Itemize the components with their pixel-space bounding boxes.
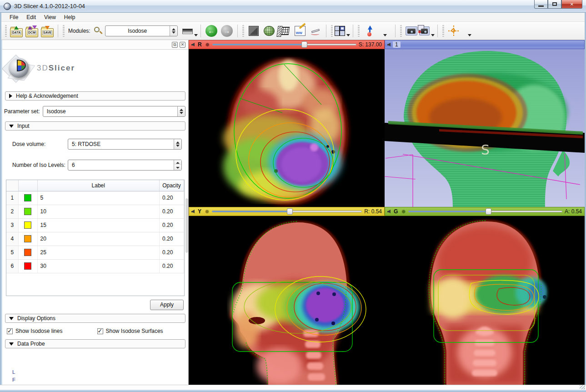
level-label-cell[interactable]: 20 bbox=[37, 232, 160, 246]
slider-thumb[interactable] bbox=[301, 41, 307, 48]
pin-icon[interactable] bbox=[191, 210, 195, 213]
yellow-slice-viewport[interactable] bbox=[189, 216, 385, 385]
show-isodose-lines-checkbox[interactable] bbox=[7, 328, 13, 334]
table-row[interactable]: 6 30 0.20 bbox=[6, 259, 184, 273]
toolbar-grip[interactable] bbox=[358, 25, 360, 37]
color-swatch[interactable] bbox=[24, 221, 31, 229]
iso-levels-spinbox[interactable]: 6 bbox=[68, 160, 182, 171]
level-label-cell[interactable]: 10 bbox=[37, 205, 160, 218]
models-module-button[interactable] bbox=[261, 24, 277, 38]
volumes-module-button[interactable] bbox=[246, 24, 261, 38]
opacity-cell[interactable]: 0.20 bbox=[160, 259, 184, 273]
table-row[interactable]: 2 10 0.20 bbox=[6, 205, 184, 218]
opacity-cell[interactable]: 0.20 bbox=[160, 232, 184, 246]
toolbar-grip[interactable] bbox=[5, 25, 7, 37]
yellow-slice-slider[interactable] bbox=[212, 209, 362, 214]
opacity-cell[interactable]: 0.20 bbox=[160, 191, 184, 205]
green-slice-slider[interactable] bbox=[408, 209, 562, 214]
green-slice-viewport[interactable] bbox=[385, 216, 585, 385]
transforms-module-button[interactable] bbox=[277, 24, 292, 38]
save-button[interactable]: SAVE bbox=[40, 24, 55, 38]
close-button[interactable]: ✕ bbox=[561, 0, 582, 9]
module-selector[interactable]: Isodose bbox=[105, 25, 178, 36]
table-row[interactable]: 1 5 0.20 bbox=[6, 191, 184, 205]
help-section-label: Help & Acknowledgement bbox=[16, 93, 78, 99]
menu-file[interactable]: File bbox=[6, 13, 22, 21]
chevron-down-icon bbox=[194, 34, 198, 36]
display-options-section[interactable]: Display Options bbox=[5, 314, 185, 323]
apply-button[interactable]: Apply bbox=[150, 300, 184, 310]
level-label-cell[interactable]: 30 bbox=[37, 259, 160, 273]
view-menu-icon[interactable]: ✹ bbox=[205, 42, 210, 48]
panel-scrollbar[interactable] bbox=[185, 198, 188, 253]
maximize-button[interactable] bbox=[548, 0, 561, 9]
opacity-cell[interactable]: 0.20 bbox=[160, 205, 184, 218]
column-label[interactable]: Label bbox=[37, 180, 160, 191]
toolbar-grip[interactable] bbox=[242, 25, 244, 37]
red-slice-slider[interactable] bbox=[212, 42, 356, 47]
color-swatch[interactable] bbox=[24, 262, 31, 270]
threed-viewport[interactable]: S bbox=[385, 49, 585, 207]
layout-selector-button[interactable] bbox=[335, 24, 350, 38]
show-isodose-surfaces-checkbox[interactable] bbox=[97, 328, 103, 334]
window-level-preset-button[interactable] bbox=[182, 24, 198, 38]
history-back-button[interactable]: ← bbox=[204, 24, 219, 38]
data-probe-section[interactable]: Data Probe bbox=[5, 339, 185, 348]
load-data-button[interactable]: DATA bbox=[9, 24, 24, 38]
level-label-cell[interactable]: 15 bbox=[37, 218, 160, 232]
color-swatch[interactable] bbox=[24, 208, 31, 215]
pin-icon[interactable] bbox=[387, 43, 391, 46]
color-swatch[interactable] bbox=[24, 249, 31, 256]
pin-icon[interactable] bbox=[387, 210, 391, 213]
annotations-module-button[interactable]: ww bbox=[292, 24, 308, 38]
axial-ct-image bbox=[189, 49, 385, 207]
help-acknowledgement-section[interactable]: Help & Acknowledgement bbox=[5, 91, 185, 101]
close-panel-icon[interactable]: ✕ bbox=[180, 42, 185, 48]
opacity-cell[interactable]: 0.20 bbox=[160, 218, 184, 232]
screenshot-button[interactable] bbox=[404, 24, 419, 38]
slider-thumb[interactable] bbox=[287, 208, 293, 215]
level-label-cell[interactable]: 5 bbox=[37, 191, 160, 205]
input-section[interactable]: Input bbox=[5, 121, 185, 131]
toolbar-grip[interactable] bbox=[400, 25, 402, 37]
undock-panel-icon[interactable]: ⧉ bbox=[172, 42, 178, 48]
title-bar[interactable]: 3D Slicer 4.1.0-2012-10-04 ✕ bbox=[0, 0, 586, 13]
mouse-mode-button[interactable] bbox=[361, 24, 377, 38]
table-row[interactable]: 4 20 0.20 bbox=[6, 232, 184, 246]
scene-view-button[interactable] bbox=[419, 24, 435, 38]
color-swatch[interactable] bbox=[24, 194, 31, 201]
parameter-set-selector[interactable]: Isodose bbox=[43, 106, 185, 117]
dose-volume-selector[interactable]: 5: RTDOSE bbox=[68, 139, 182, 150]
mouse-mode-dropdown[interactable] bbox=[377, 24, 392, 38]
view-menu-icon[interactable]: ✹ bbox=[205, 209, 210, 215]
module-selected-value: Isodose bbox=[105, 28, 170, 34]
color-swatch[interactable] bbox=[24, 235, 31, 242]
column-opacity[interactable]: Opacity bbox=[160, 180, 184, 191]
level-label-cell[interactable]: 25 bbox=[37, 246, 160, 259]
crosshair-button[interactable] bbox=[446, 24, 461, 38]
resize-grip[interactable] bbox=[580, 385, 585, 389]
spin-down-icon[interactable] bbox=[174, 165, 181, 170]
spin-up-icon[interactable] bbox=[174, 160, 181, 165]
menu-help[interactable]: Help bbox=[60, 13, 79, 21]
crosshair-dropdown[interactable] bbox=[461, 24, 477, 38]
menu-edit[interactable]: Edit bbox=[23, 13, 40, 21]
dicom-button[interactable]: DCM bbox=[24, 24, 40, 38]
slider-thumb[interactable] bbox=[486, 208, 491, 215]
toolbar-grip[interactable] bbox=[442, 25, 444, 37]
probe-foreground-layer: F bbox=[12, 376, 188, 384]
toolbar-grip[interactable] bbox=[331, 25, 333, 37]
history-forward-button[interactable]: → bbox=[219, 24, 235, 38]
opacity-cell[interactable]: 0.20 bbox=[160, 246, 184, 259]
table-row[interactable]: 3 15 0.20 bbox=[6, 218, 184, 232]
minimize-button[interactable] bbox=[534, 0, 548, 9]
pin-icon[interactable] bbox=[191, 43, 195, 46]
view-menu-icon[interactable]: ✹ bbox=[401, 209, 406, 215]
toolbar-grip[interactable] bbox=[63, 25, 65, 37]
table-row[interactable]: 5 25 0.20 bbox=[6, 246, 184, 259]
module-search-icon[interactable] bbox=[93, 26, 103, 36]
menu-view[interactable]: View bbox=[40, 13, 60, 21]
yellow-slice-controller: Y ✹ R: 0.54 bbox=[189, 207, 385, 216]
markups-button[interactable] bbox=[308, 24, 323, 38]
red-slice-viewport[interactable] bbox=[189, 49, 385, 207]
